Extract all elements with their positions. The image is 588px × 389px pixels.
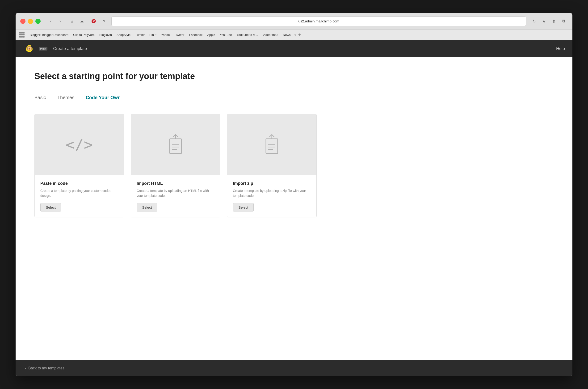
bookmark-video2mp3[interactable]: Video2mp3 bbox=[261, 32, 280, 37]
new-tab-icon[interactable]: ⧉ bbox=[560, 17, 568, 25]
tab-themes[interactable]: Themes bbox=[52, 93, 80, 104]
help-link[interactable]: Help bbox=[556, 46, 565, 51]
import-zip-upload-icon bbox=[262, 134, 281, 155]
svg-text:P: P bbox=[93, 19, 95, 23]
favicon-icons: P ↻ bbox=[90, 17, 108, 25]
card-import-html-title: Import HTML bbox=[137, 181, 215, 186]
browser-window: ‹ › ⊞ ☁ P ↻ us2.admin.mailchimp.com ↻ ★ … bbox=[16, 13, 572, 376]
svg-rect-6 bbox=[170, 139, 182, 153]
bookmark-youtube-m[interactable]: YouTube to M... bbox=[235, 32, 260, 37]
card-paste-in-code-preview: </> bbox=[35, 114, 124, 175]
back-arrow-icon: ‹ bbox=[25, 366, 27, 371]
app-logo: 🐵 PRO bbox=[23, 42, 47, 55]
traffic-lights bbox=[20, 19, 41, 24]
bookmark-shopstyle[interactable]: ShopStyle bbox=[115, 32, 132, 37]
svg-text:🐵: 🐵 bbox=[26, 45, 33, 51]
card-import-html-body: Import HTML Create a template by uploadi… bbox=[131, 175, 220, 217]
title-bar: ‹ › ⊞ ☁ P ↻ us2.admin.mailchimp.com ↻ ★ … bbox=[16, 13, 572, 30]
add-bookmark-icon[interactable]: + bbox=[298, 32, 301, 37]
card-import-zip-title: Import zip bbox=[233, 181, 311, 186]
svg-rect-11 bbox=[266, 139, 278, 153]
card-import-zip-body: Import zip Create a template by uploadin… bbox=[227, 175, 316, 217]
back-nav-button[interactable]: ‹ bbox=[47, 17, 55, 25]
close-button[interactable] bbox=[20, 19, 26, 24]
fullscreen-button[interactable] bbox=[35, 19, 41, 24]
card-paste-in-code: </> Paste in code Create a template by p… bbox=[34, 114, 124, 217]
import-html-upload-icon bbox=[166, 134, 185, 155]
toolbar-icons: ⊞ ☁ bbox=[68, 17, 86, 25]
address-text: us2.admin.mailchimp.com bbox=[298, 19, 339, 23]
create-template-title: Create a template bbox=[53, 46, 87, 51]
bookmark-apple[interactable]: Apple bbox=[205, 32, 217, 37]
card-import-html: Import HTML Create a template by uploadi… bbox=[131, 114, 220, 217]
bookmark-yahoo[interactable]: Yahoo! bbox=[159, 32, 173, 37]
forward-nav-button[interactable]: › bbox=[56, 17, 64, 25]
bookmark-blogger[interactable]: Blogger: Blogger Dashboard bbox=[28, 32, 70, 37]
card-import-zip-preview bbox=[227, 114, 316, 175]
app-header: 🐵 PRO Create a template Help bbox=[16, 40, 572, 57]
bookmark-polyvore[interactable]: Clip to Polyvore bbox=[71, 32, 96, 37]
pro-badge: PRO bbox=[39, 47, 47, 51]
card-paste-in-code-description: Create a template by pasting your custom… bbox=[40, 188, 118, 198]
nav-buttons: ‹ › bbox=[47, 17, 64, 25]
address-bar[interactable]: us2.admin.mailchimp.com bbox=[111, 17, 526, 26]
select-import-html-button[interactable]: Select bbox=[137, 203, 157, 212]
bookmark-pinit[interactable]: Pin It bbox=[148, 32, 158, 37]
sidebar-toggle-icon[interactable]: ⊞ bbox=[68, 17, 76, 25]
reload-icon[interactable]: ↻ bbox=[530, 17, 538, 25]
refresh-icon[interactable]: ↻ bbox=[100, 17, 108, 25]
more-bookmarks-icon[interactable]: » bbox=[294, 33, 296, 37]
card-import-zip: Import zip Create a template by uploadin… bbox=[227, 114, 317, 217]
card-import-html-preview bbox=[131, 114, 220, 175]
bookmark-star-icon[interactable]: ★ bbox=[540, 17, 548, 25]
bookmark-facebook[interactable]: Facebook bbox=[187, 32, 204, 37]
card-import-html-description: Create a template by uploading an HTML f… bbox=[137, 188, 215, 198]
code-brackets-icon: </> bbox=[66, 136, 93, 153]
tab-basic[interactable]: Basic bbox=[34, 93, 52, 104]
app-footer: ‹ Back to my templates bbox=[16, 360, 572, 376]
select-paste-in-code-button[interactable]: Select bbox=[40, 203, 61, 212]
mailchimp-logo-icon: 🐵 bbox=[23, 42, 35, 55]
card-paste-in-code-title: Paste in code bbox=[40, 181, 118, 186]
select-import-zip-button[interactable]: Select bbox=[233, 203, 254, 212]
bookmark-youtube[interactable]: YouTube bbox=[218, 32, 234, 37]
card-import-zip-description: Create a template by uploading a zip fil… bbox=[233, 188, 311, 198]
tabs: Basic Themes Code Your Own bbox=[34, 93, 554, 104]
right-toolbar: ↻ ★ ⬆ ⧉ bbox=[530, 17, 568, 25]
bookmark-tumblr[interactable]: Tumblr bbox=[133, 32, 147, 37]
card-paste-in-code-body: Paste in code Create a template by pasti… bbox=[35, 175, 124, 217]
share-icon[interactable]: ⬆ bbox=[550, 17, 558, 25]
bookmark-bloglovin[interactable]: Bloglovin bbox=[97, 32, 114, 37]
bookmark-twitter[interactable]: Twitter bbox=[173, 32, 186, 37]
back-to-templates-label: Back to my templates bbox=[28, 366, 64, 370]
back-to-templates-link[interactable]: ‹ Back to my templates bbox=[25, 366, 64, 371]
minimize-button[interactable] bbox=[28, 19, 33, 24]
apps-grid-icon[interactable] bbox=[19, 32, 25, 38]
cards-grid: </> Paste in code Create a template by p… bbox=[34, 114, 554, 217]
bookmarks-bar: Blogger: Blogger Dashboard Clip to Polyv… bbox=[16, 30, 572, 40]
pinterest-icon[interactable]: P bbox=[90, 17, 98, 25]
tab-code-your-own[interactable]: Code Your Own bbox=[80, 93, 126, 104]
main-content: Select a starting point for your templat… bbox=[16, 57, 572, 360]
cloud-icon[interactable]: ☁ bbox=[78, 17, 86, 25]
page-title: Select a starting point for your templat… bbox=[34, 71, 554, 81]
bookmark-news[interactable]: News bbox=[281, 32, 293, 37]
